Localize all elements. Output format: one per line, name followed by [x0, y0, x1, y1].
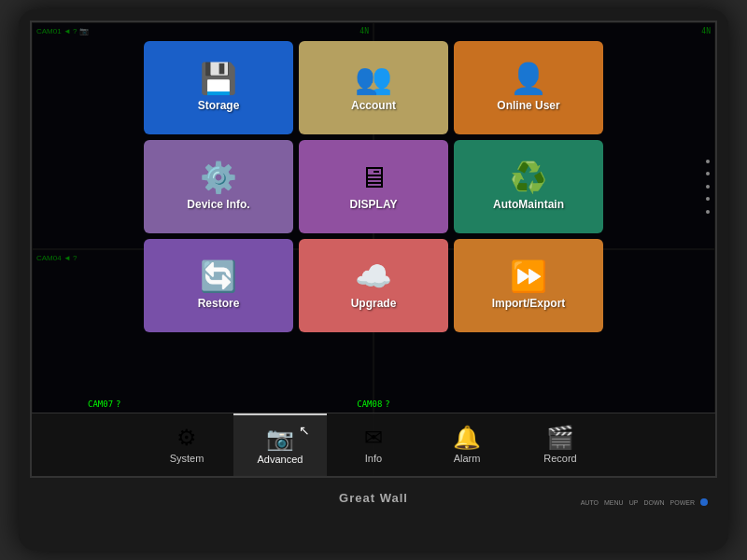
nav-item-advanced[interactable]: ↖ 📷 Advanced [233, 413, 327, 477]
menu-item-restore[interactable]: 🔄 Restore [144, 239, 293, 332]
nav-bar: ⚙ System ↖ 📷 Advanced ✉ Info 🔔 Alarm [32, 413, 715, 476]
importexport-icon: ⏩ [510, 261, 547, 291]
menu-item-storage[interactable]: 💾 Storage [144, 41, 293, 134]
brand-label: Great Wall [339, 491, 408, 505]
display-label: DISPLAY [350, 198, 398, 211]
cam8-label: CAM08 ? [278, 396, 469, 413]
right-indicator [706, 159, 713, 215]
upgrade-label: Upgrade [351, 297, 397, 310]
storage-icon: 💾 [200, 63, 237, 93]
info-nav-icon: ✉ [364, 427, 383, 449]
system-nav-icon: ⚙ [176, 427, 197, 449]
restore-icon: 🔄 [200, 261, 237, 291]
display-icon: 🖥 [359, 162, 388, 192]
online-user-icon: 👤 [510, 63, 547, 93]
automaintain-label: AutoMaintain [493, 198, 564, 211]
screen-content: CAM01 ◄ ? 📷 4N 4N CAM04 ◄ ? 4N [32, 22, 715, 476]
menu-item-account[interactable]: 👥 Account [299, 41, 448, 134]
advanced-nav-label: Advanced [258, 454, 303, 465]
account-icon: 👥 [355, 63, 392, 93]
screen: CAM01 ◄ ? 📷 4N 4N CAM04 ◄ ? 4N [30, 21, 717, 478]
power-led [700, 498, 708, 506]
monitor-bezel: Great Wall AUTO MENU UP DOWN POWER [30, 478, 717, 513]
automaintain-icon: ♻️ [510, 162, 547, 192]
restore-label: Restore [198, 297, 240, 310]
record-nav-icon: 🎬 [546, 427, 574, 449]
info-nav-label: Info [365, 453, 382, 464]
nav-item-system[interactable]: ⚙ System [140, 413, 233, 477]
menu-item-device-info[interactable]: ⚙️ Device Info. [144, 140, 293, 233]
nav-item-info[interactable]: ✉ Info [327, 413, 420, 477]
menu-item-importexport[interactable]: ⏩ Import/Export [454, 239, 603, 332]
cam7-label: CAM07 ? [88, 396, 278, 413]
device-info-icon: ⚙️ [200, 162, 237, 192]
monitor-buttons: AUTO MENU UP DOWN POWER [581, 498, 708, 506]
upgrade-icon: ☁️ [355, 261, 392, 291]
menu-item-upgrade[interactable]: ☁️ Upgrade [299, 239, 448, 332]
nav-item-alarm[interactable]: 🔔 Alarm [420, 413, 514, 477]
online-user-label: Online User [497, 99, 559, 112]
menu-grid: 💾 Storage 👥 Account 👤 Online User ⚙️ Dev… [144, 41, 603, 332]
account-label: Account [351, 99, 396, 112]
system-nav-label: System [170, 453, 204, 464]
importexport-label: Import/Export [492, 297, 566, 310]
bottom-cam-labels: CAM07 ? CAM08 ? [32, 396, 715, 413]
alarm-nav-icon: 🔔 [453, 427, 481, 449]
nav-item-record[interactable]: 🎬 Record [514, 413, 607, 477]
monitor: CAM01 ◄ ? 📷 4N 4N CAM04 ◄ ? 4N [19, 9, 728, 551]
menu-item-display[interactable]: 🖥 DISPLAY [299, 140, 448, 233]
record-nav-label: Record [543, 453, 576, 464]
storage-label: Storage [198, 99, 240, 112]
cursor-icon: ↖ [299, 423, 310, 438]
menu-item-automaintain[interactable]: ♻️ AutoMaintain [454, 140, 603, 233]
menu-item-online-user[interactable]: 👤 Online User [454, 41, 603, 134]
advanced-nav-icon: 📷 [266, 427, 294, 450]
device-info-label: Device Info. [187, 198, 249, 211]
alarm-nav-label: Alarm [454, 453, 481, 464]
